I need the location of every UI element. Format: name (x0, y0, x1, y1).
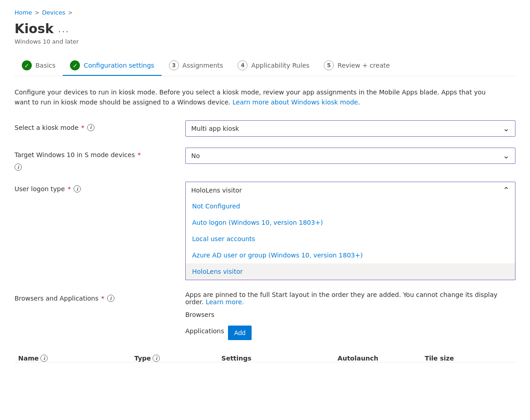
browsers-apps-label-block: Browsers and Applications * i (15, 291, 178, 302)
option-local-user[interactable]: Local user accounts (186, 231, 515, 247)
browsers-sub-row: Browsers (185, 311, 515, 322)
user-logon-dropdown[interactable]: HoloLens visitor ⌃ (185, 182, 515, 198)
breadcrumb-devices[interactable]: Devices (42, 9, 65, 16)
step-circle-review: 5 (324, 60, 334, 70)
step-number-review: 5 (327, 62, 331, 69)
target-windows-info-icon[interactable]: i (15, 163, 22, 171)
step-number-applicability: 4 (241, 62, 244, 69)
page-title: Kiosk (15, 21, 54, 36)
tab-assignments-label: Assignments (183, 62, 223, 69)
target-windows-value: No (191, 152, 200, 159)
user-logon-control: HoloLens visitor ⌃ Not Configured Auto l… (185, 182, 515, 280)
user-logon-chevron-up-icon: ⌃ (503, 185, 510, 195)
target-windows-chevron-icon: ⌄ (503, 151, 510, 160)
kiosk-mode-control: Multi app kiosk ⌄ (185, 120, 515, 137)
add-application-button[interactable]: Add (228, 326, 252, 340)
user-logon-dropdown-menu: Not Configured Auto logon (Windows 10, v… (185, 198, 515, 280)
target-windows-required: * (138, 151, 141, 158)
target-windows-label-block: Target Windows 10 in S mode devices * i (15, 148, 178, 171)
target-windows-field: Target Windows 10 in S mode devices * i … (15, 148, 515, 171)
applications-sub-row: Applications Add (185, 326, 515, 340)
kiosk-mode-info-icon[interactable]: i (87, 124, 94, 131)
step-circle-assignments: 3 (169, 60, 179, 70)
check-icon-config: ✓ (73, 62, 78, 69)
target-windows-control: No ⌄ (185, 148, 515, 164)
user-logon-required: * (68, 185, 71, 193)
wizard-tabs: ✓ Basics ✓ Configuration settings 3 Assi… (15, 56, 515, 76)
page-title-row: Kiosk ... (15, 21, 515, 36)
browsers-label: Browsers (185, 311, 214, 318)
breadcrumb-sep1: > (35, 10, 39, 16)
user-logon-label: User logon type * i (15, 182, 178, 193)
step-number-assignments: 3 (172, 62, 175, 69)
browsers-apps-required: * (101, 295, 104, 302)
kiosk-mode-field: Select a kiosk mode * i Multi app kiosk … (15, 120, 515, 137)
user-logon-field: User logon type * i HoloLens visitor ⌃ N… (15, 182, 515, 280)
user-logon-value: HoloLens visitor (191, 187, 242, 194)
option-not-configured[interactable]: Not Configured (186, 198, 515, 214)
target-windows-dropdown[interactable]: No ⌄ (185, 148, 515, 164)
browsers-apps-control: Apps are pinned to the full Start layout… (185, 291, 515, 344)
tab-review[interactable]: 5 Review + create (317, 56, 397, 76)
kiosk-mode-chevron-icon: ⌄ (503, 124, 510, 133)
option-auto-logon[interactable]: Auto logon (Windows 10, version 1803+) (186, 214, 515, 231)
tab-applicability[interactable]: 4 Applicability Rules (230, 56, 317, 76)
learn-more-link[interactable]: Learn more about Windows kiosk mode (233, 99, 358, 106)
option-hololens[interactable]: HoloLens visitor (186, 263, 515, 280)
kiosk-mode-dropdown[interactable]: Multi app kiosk ⌄ (185, 120, 515, 137)
browsers-apps-field: Browsers and Applications * i Apps are p… (15, 291, 515, 344)
user-logon-info-icon[interactable]: i (74, 185, 81, 193)
option-azure-ad[interactable]: Azure AD user or group (Windows 10, vers… (186, 247, 515, 263)
kiosk-mode-required: * (81, 124, 84, 131)
step-circle-config: ✓ (70, 60, 80, 70)
page-subtitle: Windows 10 and later (15, 38, 515, 45)
breadcrumb-sep2: > (68, 10, 73, 16)
breadcrumb: Home > Devices > (15, 9, 515, 16)
col-tile-size: Tile size (425, 355, 512, 362)
col-type-info-icon[interactable]: i (153, 355, 160, 362)
configuration-description: Configure your devices to run in kiosk m… (15, 87, 496, 108)
col-autolaunch: Autolaunch (337, 355, 425, 362)
tab-review-label: Review + create (337, 62, 390, 69)
more-options-icon[interactable]: ... (58, 24, 69, 35)
kiosk-mode-value: Multi app kiosk (191, 125, 239, 132)
step-circle-basics: ✓ (22, 60, 32, 70)
breadcrumb-home[interactable]: Home (15, 9, 32, 16)
col-settings: Settings (222, 355, 338, 362)
browsers-apps-learn-more-link[interactable]: Learn more. (206, 298, 244, 306)
tab-configuration[interactable]: ✓ Configuration settings (63, 56, 161, 76)
table-header: Name i Type i Settings Autolaunch Tile s… (15, 355, 515, 362)
check-icon-basics: ✓ (25, 62, 30, 69)
tab-configuration-label: Configuration settings (84, 62, 154, 69)
tab-basics[interactable]: ✓ Basics (15, 56, 63, 76)
browsers-apps-desc: Apps are pinned to the full Start layout… (185, 291, 515, 306)
tab-basics-label: Basics (35, 62, 55, 69)
tab-applicability-label: Applicability Rules (251, 62, 309, 69)
browsers-apps-info-icon[interactable]: i (107, 295, 114, 302)
step-circle-applicability: 4 (238, 60, 248, 70)
col-type: Type i (134, 355, 222, 362)
applications-label: Applications (185, 327, 224, 335)
kiosk-mode-label: Select a kiosk mode * i (15, 120, 178, 131)
col-name: Name i (18, 355, 134, 362)
tab-assignments[interactable]: 3 Assignments (162, 56, 231, 76)
col-name-info-icon[interactable]: i (40, 355, 48, 362)
